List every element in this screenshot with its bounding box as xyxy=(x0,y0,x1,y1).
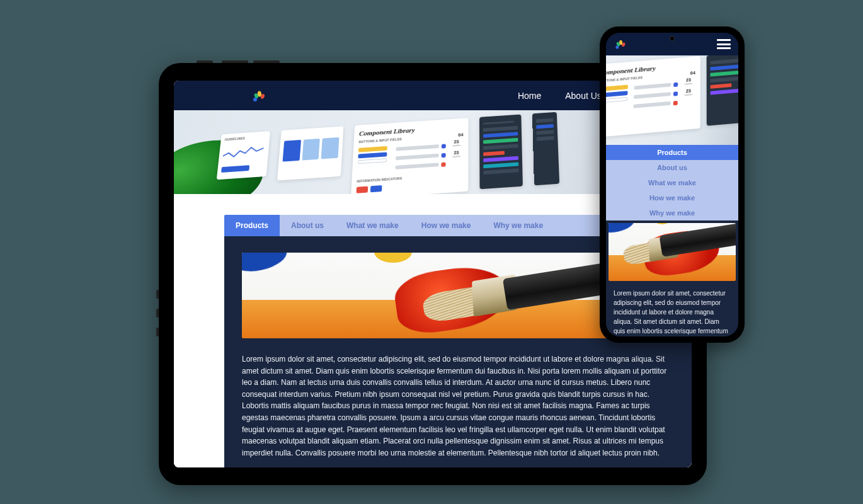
svg-point-4 xyxy=(615,46,619,49)
mockup-label: GUIDELINES xyxy=(224,135,266,141)
mockup-label: months xyxy=(450,154,464,158)
tab-products[interactable]: Products xyxy=(224,215,280,236)
svg-point-0 xyxy=(253,98,257,101)
mockup-component-library-panel: Component Library BUTTONS & INPUT FIELDS… xyxy=(606,56,700,138)
content-paragraph: Lorem ipsum dolor sit amet, consectetur … xyxy=(242,353,674,459)
mockup-number: 04 xyxy=(690,71,695,75)
tab-how-we-make[interactable]: How we make xyxy=(410,215,483,236)
mockup-cards-panel xyxy=(277,126,343,180)
tab-why-we-make[interactable]: Why we make xyxy=(482,215,554,236)
hero-image-mobile: Component Library BUTTONS & INPUT FIELDS… xyxy=(606,55,738,145)
tab-content-products-mobile: Lorem ipsum dolor sit amet, consectetur … xyxy=(606,220,738,336)
mockup-dark-panel xyxy=(532,112,559,186)
content-image-paintbrush xyxy=(609,223,736,281)
hero-ui-mockups: GUIDELINES Component Library xyxy=(214,112,560,194)
content-paragraph: Lorem ipsum dolor sit amet, consectetur … xyxy=(609,281,736,336)
logo-icon[interactable] xyxy=(614,38,626,50)
mockup-number: 04 xyxy=(458,132,463,137)
mockup-guidelines-panel: GUIDELINES xyxy=(217,131,270,180)
tab-about-us[interactable]: About us xyxy=(606,160,738,175)
tab-what-we-make[interactable]: What we make xyxy=(335,215,410,236)
hamburger-menu-icon[interactable] xyxy=(717,39,731,49)
mockup-section: BUTTONS & INPUT FIELDS xyxy=(358,137,402,143)
mockup-label: months xyxy=(682,93,695,97)
tab-products[interactable]: Products xyxy=(606,145,738,160)
mockup-dark-panel xyxy=(479,115,523,190)
nav-home[interactable]: Home xyxy=(518,91,541,101)
tablet-hw-button xyxy=(156,290,159,299)
logo-icon[interactable] xyxy=(251,88,266,103)
tablet-hw-button xyxy=(222,60,248,63)
tab-about-us[interactable]: About us xyxy=(280,215,335,236)
mockup-component-library-panel: Component Library BUTTONS & INPUT FIELDS… xyxy=(351,118,468,194)
tabs-mobile: Products About us What we make How we ma… xyxy=(606,145,738,220)
tab-why-we-make[interactable]: Why we make xyxy=(606,205,738,220)
tablet-hw-button xyxy=(156,328,159,336)
nav-about-us[interactable]: About Us xyxy=(565,91,602,101)
phone-camera-icon xyxy=(670,36,675,41)
tablet-hw-button xyxy=(253,60,280,63)
tab-how-we-make[interactable]: How we make xyxy=(606,190,738,205)
tablet-hw-button xyxy=(156,309,159,318)
mockup-dark-panel xyxy=(707,55,738,126)
tab-what-we-make[interactable]: What we make xyxy=(606,175,738,190)
tablet-hw-button xyxy=(197,60,213,63)
phone-screen: Component Library BUTTONS & INPUT FIELDS… xyxy=(606,33,738,336)
phone-device-frame: Component Library BUTTONS & INPUT FIELDS… xyxy=(600,26,745,343)
